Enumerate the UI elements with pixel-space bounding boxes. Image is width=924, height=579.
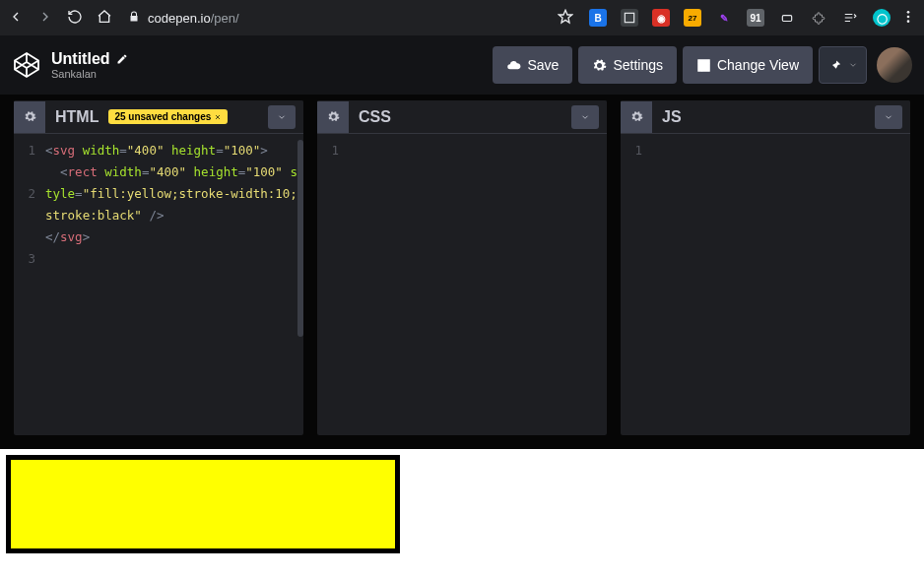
svg-rect-5 [698, 59, 709, 70]
svg-rect-1 [782, 16, 791, 22]
close-icon [214, 113, 222, 121]
extension-icon[interactable]: ◯ [873, 9, 891, 27]
extension-icon[interactable] [778, 9, 796, 27]
extension-icon[interactable]: B [589, 9, 607, 27]
line-gutter: 1 [621, 134, 648, 435]
address-bar[interactable]: codepen.io/pen/ [122, 9, 579, 28]
lock-icon [128, 11, 140, 26]
js-editor[interactable]: 1 [621, 134, 910, 435]
panel-settings-button[interactable] [317, 101, 349, 133]
panel-css: CSS 1 [317, 100, 607, 435]
preview-pane [0, 449, 924, 579]
line-gutter: 1 2 3 [14, 134, 41, 435]
svg-point-4 [907, 20, 910, 23]
panel-title: JS [652, 108, 682, 126]
panel-title: CSS [349, 108, 391, 126]
panel-html: HTML 25 unsaved changes 1 2 3 <svg width… [14, 100, 303, 435]
pen-title[interactable]: Untitled [51, 50, 128, 68]
change-view-label: Change View [717, 57, 799, 73]
settings-button[interactable]: Settings [578, 46, 677, 84]
browser-chrome: codepen.io/pen/ B ◉ 27 ✎ 91 ◯ [0, 0, 924, 35]
pen-title-text: Untitled [51, 50, 110, 68]
app-header: Untitled Sankalan Save Settings Change V… [0, 35, 924, 95]
layout-icon [696, 58, 711, 73]
title-block: Untitled Sankalan [51, 50, 128, 80]
gear-icon [592, 58, 607, 73]
panel-collapse-button[interactable] [571, 105, 599, 129]
scrollbar[interactable] [297, 140, 303, 337]
extension-icon[interactable] [621, 9, 638, 27]
badge-text: 25 unsaved changes [114, 111, 211, 122]
back-button[interactable] [8, 9, 24, 28]
svg-rect-0 [625, 13, 633, 22]
forward-button[interactable] [37, 9, 53, 28]
reload-button[interactable] [67, 9, 83, 28]
edit-pencil-icon[interactable] [116, 53, 128, 65]
panel-title: HTML [45, 108, 99, 126]
pin-icon [827, 58, 842, 73]
save-label: Save [527, 57, 559, 73]
home-button[interactable] [97, 9, 112, 28]
panel-header: HTML 25 unsaved changes [14, 100, 303, 134]
panel-settings-button[interactable] [14, 101, 45, 133]
html-editor[interactable]: 1 2 3 <svg width="400" height="100"> <re… [14, 134, 303, 435]
chevron-down-icon [848, 60, 858, 70]
panel-collapse-button[interactable] [875, 105, 902, 129]
panel-collapse-button[interactable] [268, 105, 296, 129]
extension-icon[interactable]: 91 [747, 9, 764, 27]
url-path: /pen/ [211, 11, 239, 26]
user-avatar[interactable] [877, 47, 912, 83]
editor-row: HTML 25 unsaved changes 1 2 3 <svg width… [0, 95, 924, 449]
extension-icon[interactable]: ◉ [652, 9, 670, 27]
cloud-icon [506, 58, 521, 73]
browser-menu-icon[interactable] [900, 9, 916, 28]
codepen-logo-icon[interactable] [12, 50, 41, 80]
code-content[interactable]: <svg width="400" height="100"> <rect wid… [41, 134, 303, 435]
media-icon[interactable] [841, 9, 859, 27]
panel-header: JS [621, 100, 910, 134]
code-content[interactable] [345, 134, 607, 435]
pen-author[interactable]: Sankalan [51, 68, 128, 80]
preview-svg [6, 455, 400, 553]
svg-point-3 [907, 15, 910, 18]
url-host: codepen.io [148, 11, 211, 26]
panel-header: CSS [317, 100, 607, 134]
bookmark-star-icon[interactable] [558, 9, 573, 28]
extension-icons: B ◉ 27 ✎ 91 ◯ [589, 9, 891, 27]
extension-icon[interactable]: ✎ [715, 9, 733, 27]
pin-menu-button[interactable] [819, 46, 867, 84]
extensions-puzzle-icon[interactable] [810, 9, 827, 27]
extension-icon[interactable]: 27 [684, 9, 701, 27]
panel-settings-button[interactable] [621, 101, 652, 133]
line-gutter: 1 [317, 134, 345, 435]
panel-js: JS 1 [621, 100, 910, 435]
nav-controls [8, 9, 112, 28]
settings-label: Settings [613, 57, 663, 73]
code-content[interactable] [648, 134, 910, 435]
svg-point-2 [907, 11, 910, 14]
css-editor[interactable]: 1 [317, 134, 607, 435]
change-view-button[interactable]: Change View [683, 46, 813, 84]
save-button[interactable]: Save [493, 46, 572, 84]
unsaved-changes-badge[interactable]: 25 unsaved changes [108, 109, 228, 124]
preview-rect [6, 455, 400, 553]
